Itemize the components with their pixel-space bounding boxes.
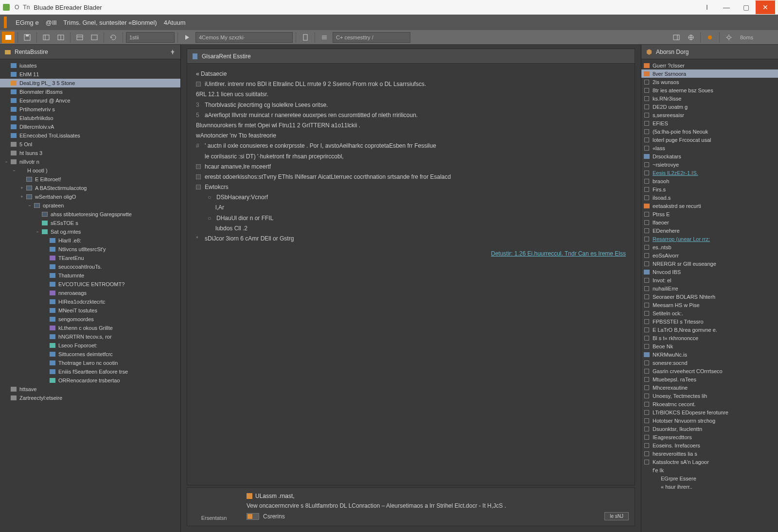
list-item[interactable]: ilsoad.s — [641, 193, 778, 202]
list-item[interactable]: Hototser Nnvuorrn strchog — [641, 416, 778, 425]
doc-footer-link[interactable]: Detustir: 1.26 Ei.huurreccul. Tndr Can e… — [491, 250, 626, 257]
list-item[interactable]: EFIES — [641, 119, 778, 127]
list-item[interactable]: Mtuebepsl. raTees — [641, 375, 778, 383]
window-minimize-button[interactable]: — — [717, 0, 736, 14]
list-item[interactable]: Eoseins. Irrefacoers — [641, 441, 778, 449]
list-item[interactable]: «lass — [641, 144, 778, 152]
list-item[interactable]: braooh — [641, 177, 778, 185]
toolbar-field-3[interactable]: C+ cesmesttry / — [333, 32, 410, 43]
tree-item[interactable]: Zartreectyl:etseire — [0, 394, 180, 402]
notification-action-button[interactable]: le sNJ — [604, 512, 629, 520]
tree-item[interactable]: E Eiltoroet! — [0, 175, 180, 184]
menu-item[interactable]: EGmg e — [16, 19, 39, 26]
tree-twisty-icon[interactable]: − — [3, 159, 10, 164]
tree-item[interactable]: nneroaeags — [0, 289, 180, 297]
list-item[interactable]: Ptrss E — [641, 210, 778, 218]
tree-item[interactable]: −H oootl ) — [0, 166, 180, 175]
list-item[interactable]: Dsuonktsr, Ikuclenttn — [641, 425, 778, 433]
tree-item[interactable]: DeaLitrg PL_ 3 5 Stone — [0, 79, 180, 87]
tree-item[interactable]: EEnecobed TroLisslaates — [0, 131, 180, 140]
checkbox-icon[interactable] — [196, 164, 201, 169]
toolbar-globe-button[interactable] — [685, 32, 697, 43]
toolbar-flag-button[interactable] — [704, 32, 716, 43]
list-item[interactable]: EGrpre Essere — [641, 474, 778, 482]
tree-item[interactable]: Bionmater iBssms — [0, 87, 180, 96]
tree-item[interactable]: seucocoahtIrouTs. — [0, 262, 180, 271]
tree-item[interactable]: MNeeiT tostutes — [0, 306, 180, 315]
toolbar-save-button[interactable] — [21, 32, 34, 43]
tree-item[interactable]: Lseoo Foporoet: — [0, 341, 180, 350]
checkbox-icon[interactable] — [196, 185, 201, 189]
tree-item[interactable]: −oprateen — [0, 201, 180, 210]
tree-item[interactable]: +wSerttahen oligO — [0, 192, 180, 201]
list-item[interactable]: sonesre:socnd — [641, 359, 778, 367]
window-caret-button[interactable]: I — [697, 0, 717, 14]
tree-twisty-icon[interactable]: + — [18, 194, 25, 199]
tree-twisty-icon[interactable]: + — [18, 186, 25, 190]
list-item[interactable]: ~rsietrovye — [641, 160, 778, 169]
tree-twisty-icon[interactable]: − — [34, 229, 41, 234]
window-close-button[interactable]: ✕ — [756, 0, 775, 14]
toolbar-list-button[interactable] — [318, 32, 331, 43]
tree-item[interactable]: −Sat og.rmtes — [0, 227, 180, 236]
tree-item[interactable]: ORRenocardore trsbertao — [0, 376, 180, 385]
list-item[interactable]: Gasrin crveehecrt COrrrtseco — [641, 367, 778, 375]
list-item[interactable]: s,sesreesaisr — [641, 111, 778, 119]
tree-item[interactable]: Dlllercmloiv.vA — [0, 122, 180, 131]
tree-item[interactable]: sengomoordes — [0, 315, 180, 324]
tree-item[interactable]: EVCOTUICE ENTROOMT? — [0, 280, 180, 289]
menu-item[interactable]: @Ill — [46, 19, 57, 26]
menu-item[interactable]: 4Atuum — [164, 19, 186, 26]
tree-item[interactable]: −nillvotr n — [0, 157, 180, 166]
toolbar-home-button[interactable] — [2, 32, 15, 43]
tree-item[interactable]: Elatubrfriikdso — [0, 114, 180, 122]
toolbar-layout1-button[interactable] — [40, 32, 53, 43]
list-item[interactable]: Katssloctre sA'n Lagoor — [641, 458, 778, 466]
tree-twisty-icon[interactable]: − — [26, 203, 33, 208]
tree-item[interactable]: Eesrumrurd @ Anvce — [0, 96, 180, 105]
tree-item[interactable]: ahss stibtuetoresing Garegsprwtte — [0, 210, 180, 219]
list-item[interactable]: NKRMwuNc.is — [641, 350, 778, 359]
list-item[interactable]: Firs.s — [641, 185, 778, 193]
document-body[interactable]: « DatsaecieiUintlrer. intrenr nno BDl it… — [187, 64, 635, 485]
checkbox-icon[interactable] — [196, 174, 201, 179]
tree-twisty-icon[interactable]: − — [11, 168, 18, 173]
properties-list[interactable]: Guerr ?clsser8ver Ssrnoora2is wunsos8tr … — [641, 61, 778, 491]
list-item[interactable]: Drsockatars — [641, 152, 778, 160]
tree-item[interactable]: Eniiis fSeartteen Eafoore trse — [0, 367, 180, 376]
list-item[interactable]: f'e Ik — [641, 466, 778, 474]
list-item[interactable]: es..ntsb — [641, 243, 778, 251]
toolbar-doc-button[interactable] — [299, 32, 312, 43]
toolbar-refresh-button[interactable] — [107, 32, 120, 43]
list-item[interactable]: ks.RNr3isse — [641, 94, 778, 103]
tree-item[interactable]: +A BAStectirmulacotog — [0, 184, 180, 192]
tree-item[interactable]: HlarIl .e8: — [0, 236, 180, 245]
tree-item[interactable]: httsave — [0, 385, 180, 394]
tree-item[interactable]: TEaretEnu — [0, 254, 180, 262]
list-item[interactable]: EDenehere — [641, 226, 778, 235]
list-item[interactable]: Bl s t« rkhrononcce — [641, 334, 778, 342]
pin-icon[interactable] — [169, 48, 177, 56]
list-item[interactable]: lfaeoer — [641, 218, 778, 226]
list-item[interactable]: loterl puge Frcoocat usal — [641, 136, 778, 144]
menu-item[interactable]: Trims. Gnel, suntesiter «Blonmel) — [63, 19, 157, 26]
list-item[interactable]: Seoraeer BOLARS Nhterh — [641, 292, 778, 301]
list-item[interactable]: « hsur ihrerr.. — [641, 482, 778, 491]
tree-item[interactable]: Thotrrage Lwro nc oootin — [0, 359, 180, 367]
list-item[interactable]: eoSsAivorr — [641, 251, 778, 259]
tree-item[interactable]: HIRea1odcrzktecrtc — [0, 297, 180, 306]
list-item[interactable]: Mhcerexautine — [641, 383, 778, 392]
toolbar-view2-button[interactable] — [88, 32, 101, 43]
toolbar-run-button[interactable] — [181, 32, 194, 43]
list-item[interactable]: 8tr ies ateerne bsz Soues — [641, 86, 778, 94]
tree-item[interactable]: Prtihometvriv s — [0, 105, 180, 114]
toolbar-field-2[interactable]: 4Cemos My szxzki· — [195, 32, 293, 43]
list-item[interactable]: (5a:lha-poie fros Neouk — [641, 127, 778, 136]
list-item[interactable]: Guerr ?clsser — [641, 61, 778, 69]
tree-item[interactable]: EhlM 11 — [0, 70, 180, 79]
tree-item[interactable]: ht lsuns 3 — [0, 149, 180, 157]
tree-item[interactable]: iuaates — [0, 61, 180, 70]
list-item[interactable]: Beoe Nk — [641, 342, 778, 350]
toolbar-view1-button[interactable] — [73, 32, 86, 43]
window-maximize-button[interactable]: ▢ — [736, 0, 756, 14]
